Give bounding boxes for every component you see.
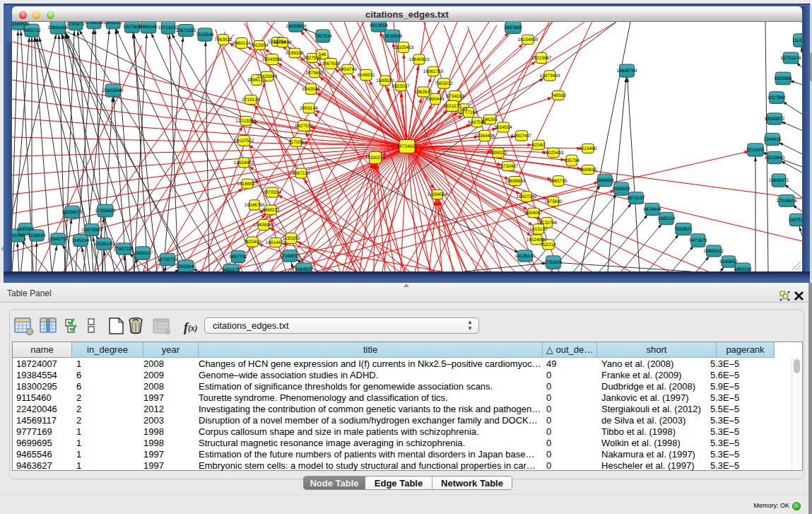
svg-text:16210643: 16210643 <box>765 156 785 160</box>
svg-text:12923446: 12923446 <box>176 264 196 269</box>
svg-text:2803144: 2803144 <box>300 106 318 111</box>
svg-text:8322037: 8322037 <box>392 84 410 89</box>
svg-text:14136141: 14136141 <box>515 254 536 259</box>
svg-text:9146821: 9146821 <box>357 73 375 78</box>
svg-text:748500: 748500 <box>551 93 566 98</box>
svg-text:1145194: 1145194 <box>72 238 90 243</box>
svg-text:10046768: 10046768 <box>245 203 265 208</box>
svg-text:19654983: 19654983 <box>234 160 254 165</box>
svg-text:3267150: 3267150 <box>292 171 310 176</box>
svg-text:935794: 935794 <box>564 158 579 163</box>
svg-text:9896175: 9896175 <box>247 78 266 83</box>
svg-text:16807249: 16807249 <box>517 194 537 199</box>
svg-text:17164855: 17164855 <box>280 254 300 259</box>
svg-text:20053346: 20053346 <box>103 88 124 93</box>
svg-text:252214: 252214 <box>541 243 556 247</box>
svg-text:9329966: 9329966 <box>774 76 792 81</box>
svg-text:1156829: 1156829 <box>28 233 46 238</box>
svg-text:1362615: 1362615 <box>414 90 433 95</box>
svg-text:6466160: 6466160 <box>139 25 158 30</box>
svg-text:1435001: 1435001 <box>16 227 35 232</box>
svg-text:19218506: 19218506 <box>382 34 403 39</box>
svg-text:12093872: 12093872 <box>765 117 785 122</box>
svg-text:9245652: 9245652 <box>719 259 738 264</box>
svg-text:746266: 746266 <box>482 117 498 122</box>
svg-text:10688609: 10688609 <box>505 179 526 184</box>
svg-text:7515546: 7515546 <box>196 33 214 37</box>
svg-text:8471676: 8471676 <box>689 238 707 243</box>
svg-text:20206578: 20206578 <box>62 210 83 215</box>
svg-text:20364436: 20364436 <box>475 134 495 139</box>
svg-text:8990443: 8990443 <box>426 97 445 102</box>
svg-text:2687682: 2687682 <box>504 25 522 30</box>
svg-text:15409948: 15409948 <box>254 223 274 228</box>
svg-text:15692971: 15692971 <box>769 178 789 183</box>
svg-text:9657791: 9657791 <box>229 255 247 259</box>
svg-text:12505135: 12505135 <box>94 242 114 247</box>
svg-text:3498222: 3498222 <box>261 208 280 213</box>
svg-text:9242848: 9242848 <box>302 87 320 92</box>
svg-text:17016504: 17016504 <box>777 199 797 204</box>
svg-text:12942757: 12942757 <box>48 237 69 242</box>
svg-text:1733426: 1733426 <box>544 260 563 265</box>
svg-text:10807487: 10807487 <box>512 134 532 139</box>
svg-text:9450132: 9450132 <box>734 267 752 271</box>
svg-text:42868828: 42868828 <box>12 22 30 27</box>
svg-text:8186328: 8186328 <box>286 51 304 56</box>
svg-text:12213967: 12213967 <box>531 56 552 61</box>
svg-text:12213369: 12213369 <box>236 119 257 124</box>
svg-text:9699695: 9699695 <box>579 168 597 173</box>
svg-text:10958107: 10958107 <box>133 251 153 256</box>
svg-text:9474444: 9474444 <box>643 207 661 212</box>
svg-text:9084067: 9084067 <box>524 211 543 216</box>
svg-text:8878334: 8878334 <box>263 190 281 195</box>
svg-text:10975867: 10975867 <box>82 228 102 233</box>
svg-text:16120746: 16120746 <box>537 221 558 226</box>
svg-text:3624554: 3624554 <box>494 125 512 130</box>
svg-text:8660124: 8660124 <box>233 41 251 46</box>
svg-text:9227342: 9227342 <box>767 95 786 100</box>
svg-text:1588520: 1588520 <box>376 78 394 83</box>
svg-text:7386322: 7386322 <box>489 151 507 156</box>
svg-text:10025433: 10025433 <box>543 151 564 156</box>
svg-text:(x): (x) <box>188 324 198 333</box>
svg-text:2935114: 2935114 <box>658 216 676 221</box>
svg-text:20691406: 20691406 <box>48 25 69 30</box>
svg-text:8215955: 8215955 <box>746 148 765 153</box>
svg-text:8912954: 8912954 <box>250 43 269 48</box>
svg-text:1527602: 1527602 <box>123 25 141 30</box>
svg-text:8964507: 8964507 <box>295 267 313 271</box>
svg-text:16543362: 16543362 <box>262 57 283 62</box>
svg-text:19166827: 19166827 <box>237 182 258 187</box>
svg-text:8427552: 8427552 <box>295 124 313 129</box>
svg-text:18724007: 18724007 <box>397 144 418 149</box>
svg-text:7625402: 7625402 <box>243 240 261 245</box>
svg-text:817006: 817006 <box>288 140 304 145</box>
svg-text:16782759: 16782759 <box>158 257 178 262</box>
svg-text:8938923: 8938923 <box>612 187 630 192</box>
svg-text:7663822: 7663822 <box>214 37 233 42</box>
svg-text:13325419: 13325419 <box>394 45 414 50</box>
svg-text:15300275: 15300275 <box>365 156 386 160</box>
svg-text:7632621: 7632621 <box>674 227 693 232</box>
svg-text:3875685: 3875685 <box>305 71 324 76</box>
svg-text:1112319: 1112319 <box>792 38 802 43</box>
svg-text:9055712: 9055712 <box>23 28 41 33</box>
svg-text:10671355: 10671355 <box>176 28 196 33</box>
svg-text:17957225: 17957225 <box>114 247 134 252</box>
svg-text:15720407: 15720407 <box>498 164 519 169</box>
svg-text:1621072: 1621072 <box>443 104 461 109</box>
svg-text:10973493: 10973493 <box>540 74 560 78</box>
svg-text:391540: 391540 <box>12 233 25 238</box>
svg-text:1785972: 1785972 <box>66 22 85 27</box>
svg-text:15751074: 15751074 <box>781 56 801 61</box>
svg-text:62160: 62160 <box>532 143 545 148</box>
svg-text:10654112: 10654112 <box>704 249 724 254</box>
svg-text:16524861: 16524861 <box>526 238 547 243</box>
svg-text:16154808: 16154808 <box>518 37 539 42</box>
svg-text:9115460: 9115460 <box>579 146 597 151</box>
svg-text:9777169: 9777169 <box>459 110 478 115</box>
svg-text:6679197: 6679197 <box>627 196 645 201</box>
svg-text:1965795: 1965795 <box>549 179 567 184</box>
svg-text:2867608: 2867608 <box>322 62 340 66</box>
